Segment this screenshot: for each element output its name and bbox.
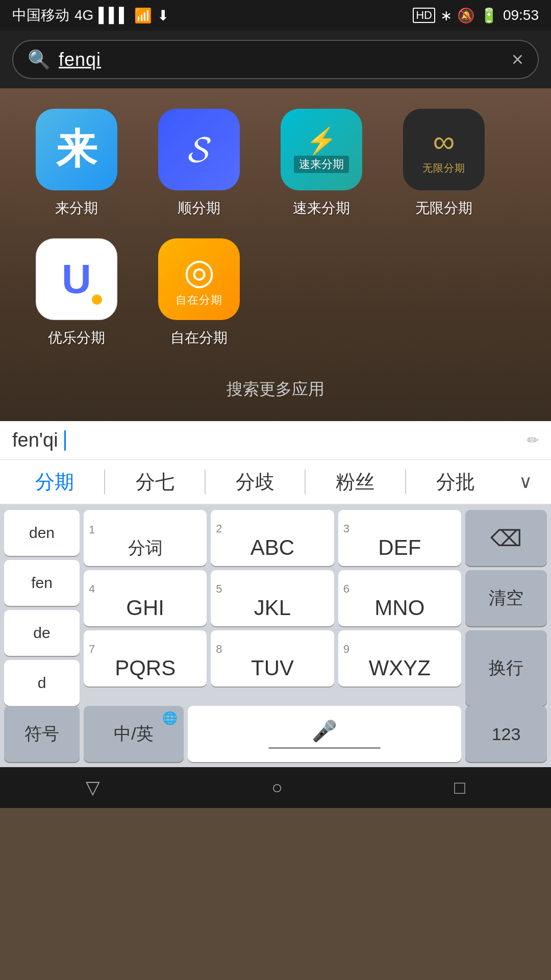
- zizai-icon-inner: ◎ 自在分期: [158, 238, 240, 320]
- key-8-tuv[interactable]: 8 TUV: [211, 630, 334, 687]
- key-1-letter: 分词: [128, 536, 163, 560]
- key-4-letter: GHI: [126, 596, 164, 620]
- bluetooth-icon: ∗: [440, 7, 452, 24]
- keyboard: den fen de d 1 分词 2 ABC 3 DEF 4 GHI: [0, 505, 551, 767]
- keyboard-bottom-row: 符号 🌐 中/英 🎤 123: [4, 706, 547, 762]
- app-label-sulaifenqi: 速来分期: [293, 199, 350, 218]
- composition-text: fen'qi: [12, 429, 58, 451]
- backspace-button[interactable]: ⌫: [465, 510, 547, 566]
- youle-dot-decoration: [92, 295, 102, 305]
- clear-button[interactable]: 清空: [465, 570, 547, 626]
- zizai-ring-icon: ◎: [184, 251, 215, 292]
- app-label-youlefenqi: 优乐分期: [48, 328, 105, 348]
- newline-button[interactable]: 换行: [465, 630, 547, 706]
- app-icon-wuxianfenqi: ∞ 无限分期: [403, 109, 485, 190]
- composition-cursor: [64, 430, 66, 451]
- space-underline: [268, 747, 381, 749]
- back-button[interactable]: ▽: [86, 777, 100, 798]
- shun-icon-text: 𝓢: [188, 128, 210, 171]
- app-row-2: U 优乐分期 ◎ 自在分期 自在分期: [20, 238, 531, 348]
- key-6-num: 6: [343, 582, 349, 596]
- zizai-text: 自在分期: [176, 292, 222, 308]
- network-icon: 4G: [74, 7, 93, 23]
- side-key-den[interactable]: den: [4, 510, 80, 556]
- wuxian-text: 无限分期: [422, 161, 465, 175]
- lai-icon-text: 来: [56, 122, 97, 177]
- battery-icon: 🔋: [480, 7, 498, 24]
- wuxian-icon-inner: ∞ 无限分期: [422, 124, 465, 175]
- key-6-mno[interactable]: 6 MNO: [338, 570, 461, 626]
- search-more-link[interactable]: 搜索更多应用: [20, 368, 531, 421]
- key-5-jkl[interactable]: 5 JKL: [211, 570, 334, 626]
- key-9-num: 9: [343, 643, 349, 656]
- status-bar: 中国移动 4G ▌▌▌ 📶 ⬇ HD ∗ 🔕 🔋 09:53: [0, 0, 551, 31]
- key-9-letter: WXYZ: [369, 656, 431, 680]
- app-icon-shunfenqi: 𝓢: [158, 109, 240, 190]
- edit-icon: ✏: [527, 432, 539, 449]
- recent-button[interactable]: □: [454, 777, 465, 798]
- carrier-label: 中国移动: [12, 6, 69, 25]
- app-row-1: 来 来分期 𝓢 顺分期 ⚡ 速来分期 速来分期 ∞ 无限分期: [20, 109, 531, 218]
- key-1-fenci[interactable]: 1 分词: [84, 510, 207, 566]
- wuxian-infinity-icon: ∞: [433, 124, 455, 159]
- key-9-wxyz[interactable]: 9 WXYZ: [338, 630, 461, 687]
- suggestion-item-4[interactable]: 分批: [406, 469, 505, 495]
- home-button[interactable]: ○: [271, 777, 283, 798]
- side-key-d[interactable]: d: [4, 660, 80, 706]
- suggestion-item-3[interactable]: 粉丝: [306, 469, 405, 495]
- youle-icon-inner: U: [62, 256, 91, 303]
- suggestion-bar: 分期 分七 分歧 粉丝 分批 ∨: [0, 460, 551, 505]
- key-3-num: 3: [343, 522, 349, 535]
- numbers-label: 123: [492, 724, 521, 744]
- download-icon: ⬇: [157, 7, 169, 24]
- space-button[interactable]: 🎤: [188, 706, 461, 762]
- app-icon-sulaifenqi: ⚡ 速来分期: [281, 109, 362, 190]
- app-label-zizaifenqi: 自在分期: [170, 328, 228, 348]
- nav-bar: ▽ ○ □: [0, 767, 551, 808]
- sulai-text: 速来分期: [294, 156, 349, 173]
- mute-icon: 🔕: [457, 7, 475, 24]
- search-query-text: fenqi: [59, 49, 504, 70]
- search-input-container[interactable]: 🔍 fenqi ×: [12, 40, 539, 79]
- numbers-button[interactable]: 123: [465, 706, 547, 762]
- side-key-fen[interactable]: fen: [4, 560, 80, 606]
- key-6-letter: MNO: [374, 596, 424, 620]
- backspace-icon: ⌫: [490, 525, 522, 551]
- suggestion-item-2[interactable]: 分歧: [206, 469, 305, 495]
- key-7-pqrs[interactable]: 7 PQRS: [84, 630, 207, 687]
- key-3-def[interactable]: 3 DEF: [338, 510, 461, 566]
- keyboard-main-area: den fen de d 1 分词 2 ABC 3 DEF 4 GHI: [4, 510, 547, 706]
- suggestion-expand-button[interactable]: ∨: [505, 471, 546, 493]
- status-right: HD ∗ 🔕 🔋 09:53: [413, 7, 539, 24]
- key-4-num: 4: [89, 582, 95, 596]
- key-4-ghi[interactable]: 4 GHI: [84, 570, 207, 626]
- time-label: 09:53: [503, 7, 539, 23]
- clear-label: 清空: [489, 586, 523, 610]
- app-item-youlefenqi[interactable]: U 优乐分期: [20, 238, 133, 348]
- app-item-zizaifenqi[interactable]: ◎ 自在分期 自在分期: [143, 238, 255, 348]
- key-7-num: 7: [89, 643, 95, 656]
- key-1-num: 1: [89, 523, 95, 536]
- globe-icon: 🌐: [162, 711, 178, 725]
- key-7-letter: PQRS: [115, 656, 176, 680]
- search-clear-button[interactable]: ×: [512, 48, 523, 71]
- app-item-wuxianfenqi[interactable]: ∞ 无限分期 无限分期: [388, 109, 500, 218]
- side-key-de[interactable]: de: [4, 610, 80, 656]
- status-left: 中国移动 4G ▌▌▌ 📶 ⬇: [12, 6, 169, 25]
- signal-icon: ▌▌▌: [98, 7, 129, 23]
- suggestion-item-0[interactable]: 分期: [5, 469, 104, 495]
- sulai-lightning-icon: ⚡: [306, 126, 337, 156]
- app-item-sulaifenqi[interactable]: ⚡ 速来分期 速来分期: [265, 109, 378, 218]
- symbol-label: 符号: [24, 722, 59, 746]
- newline-label: 换行: [489, 656, 523, 680]
- microphone-icon: 🎤: [312, 719, 337, 743]
- language-button[interactable]: 🌐 中/英: [84, 706, 184, 762]
- search-bar: 🔍 fenqi ×: [0, 31, 551, 88]
- symbol-button[interactable]: 符号: [4, 706, 80, 762]
- app-icon-laifenqi: 来: [36, 109, 117, 190]
- suggestion-item-1[interactable]: 分七: [105, 469, 204, 495]
- app-item-laifenqi[interactable]: 来 来分期: [20, 109, 133, 218]
- search-icon: 🔍: [28, 49, 51, 70]
- key-2-abc[interactable]: 2 ABC: [211, 510, 334, 566]
- app-item-shunfenqi[interactable]: 𝓢 顺分期: [143, 109, 255, 218]
